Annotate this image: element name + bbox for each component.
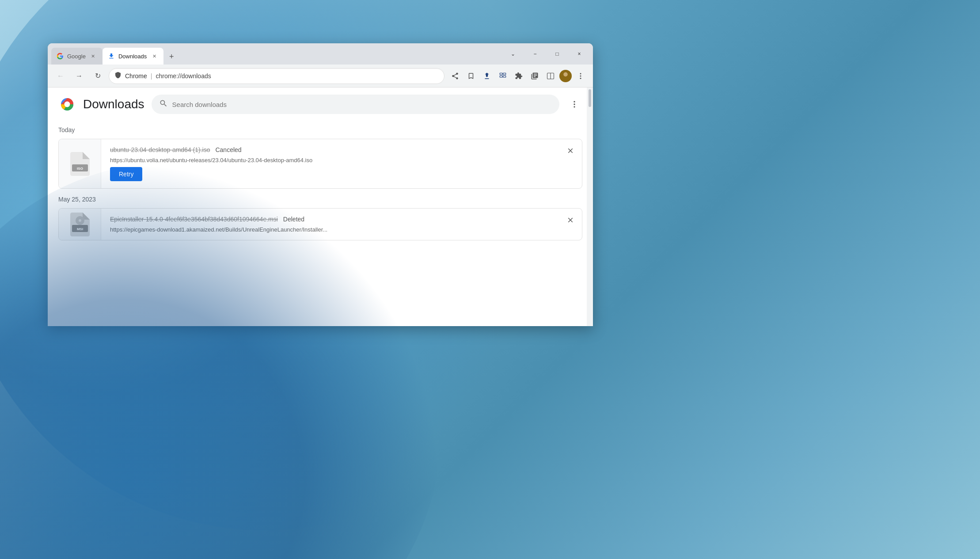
svg-point-6 — [563, 72, 568, 76]
download-filename-epic: EpicInstaller-15.4.0-4feef6f3e3564bf38d4… — [110, 216, 278, 223]
downloads-menu-button[interactable] — [566, 96, 582, 112]
section-may2023: May 25, 2023 — [58, 196, 582, 203]
svg-text:MSI: MSI — [76, 227, 83, 231]
download-status-ubuntu: Canceled — [215, 146, 241, 153]
download-filename-ubuntu: ubuntu-23.04-desktop-amd64 (1).iso — [110, 146, 210, 153]
iso-file-icon: ISO — [70, 152, 90, 176]
tab-google-title: Google — [67, 53, 86, 60]
search-icon — [159, 99, 168, 110]
download-info-ubuntu: ubuntu-23.04-desktop-amd64 (1).iso Cance… — [101, 139, 559, 188]
page-content: Downloads Today — [48, 87, 593, 326]
search-bar — [152, 95, 559, 114]
msi-file-icon: MSI — [70, 213, 90, 236]
toolbar-actions — [448, 69, 588, 83]
download-info-epic: EpicInstaller-15.4.0-4feef6f3e3564bf38d4… — [101, 209, 559, 240]
tab-downloads-title: Downloads — [118, 53, 147, 60]
chrome-logo — [58, 95, 76, 113]
chrome-menu-button[interactable] — [574, 69, 588, 83]
site-name: Chrome — [125, 72, 147, 80]
download-name-row-epic: EpicInstaller-15.4.0-4feef6f3e3564bf38d4… — [110, 216, 552, 223]
maximize-button[interactable]: □ — [547, 47, 567, 61]
tab-organizer-button[interactable] — [496, 69, 510, 83]
forward-button[interactable]: → — [72, 68, 87, 84]
svg-point-16 — [574, 103, 575, 105]
title-bar: Google ✕ Downloads ✕ + ⌄ − □ × — [48, 43, 593, 65]
send-to-device-button[interactable] — [480, 69, 494, 83]
tab-google[interactable]: Google ✕ — [51, 48, 103, 65]
google-favicon — [57, 53, 64, 60]
share-button[interactable] — [448, 69, 462, 83]
tab-google-close[interactable]: ✕ — [89, 52, 97, 60]
retry-button[interactable]: Retry — [110, 167, 142, 181]
new-tab-button[interactable]: + — [165, 50, 178, 63]
scrollbar-thumb[interactable] — [589, 89, 591, 107]
tab-downloads[interactable]: Downloads ✕ — [103, 48, 163, 65]
file-icon-area-ubuntu: ISO — [59, 139, 101, 188]
svg-rect-1 — [503, 73, 506, 75]
split-screen-button[interactable] — [543, 69, 558, 83]
download-item-epic: MSI EpicInstaller-15.4.0-4feef6f3e3564bf… — [58, 208, 582, 240]
download-name-row-ubuntu: ubuntu-23.04-desktop-amd64 (1).iso Cance… — [110, 146, 552, 153]
downloads-header: Downloads — [48, 87, 593, 119]
download-url-ubuntu: https://ubuntu.volia.net/ubuntu-releases… — [110, 157, 552, 164]
svg-rect-2 — [500, 76, 502, 77]
tab-downloads-close[interactable]: ✕ — [150, 52, 158, 60]
minimize-button[interactable]: − — [525, 47, 545, 61]
bookmark-button[interactable] — [464, 69, 478, 83]
svg-rect-3 — [503, 76, 506, 77]
download-item-ubuntu: ISO ubuntu-23.04-desktop-amd64 (1).iso C… — [58, 139, 582, 189]
browser-window: Google ✕ Downloads ✕ + ⌄ − □ × — [48, 43, 593, 326]
scrollbar[interactable] — [587, 87, 593, 326]
download-url-epic: https://epicgames-download1.akamaized.ne… — [110, 226, 552, 233]
close-button[interactable]: × — [569, 47, 589, 61]
back-button[interactable]: ← — [53, 68, 68, 84]
svg-point-11 — [580, 77, 581, 79]
svg-point-10 — [580, 75, 581, 76]
svg-point-9 — [580, 73, 581, 74]
section-today: Today — [58, 126, 582, 133]
svg-rect-0 — [500, 73, 502, 75]
address-bar[interactable]: Chrome | chrome://downloads — [109, 68, 444, 84]
downloads-favicon — [108, 53, 115, 60]
download-status-epic: Deleted — [283, 216, 304, 223]
svg-point-17 — [574, 106, 575, 107]
svg-point-23 — [79, 219, 81, 222]
refresh-button[interactable]: ↻ — [90, 68, 105, 84]
close-download-ubuntu[interactable] — [562, 143, 578, 159]
chevron-down-button[interactable]: ⌄ — [503, 47, 523, 61]
extensions-button[interactable] — [512, 69, 526, 83]
close-download-epic[interactable] — [562, 212, 578, 228]
downloads-list: Today ISO ubuntu-23.04-desktop-amd64 (1)… — [48, 119, 593, 326]
svg-text:ISO: ISO — [77, 167, 83, 171]
svg-point-14 — [65, 102, 70, 107]
file-icon-area-epic: MSI — [59, 209, 101, 240]
svg-point-22 — [76, 216, 84, 225]
reading-list-button[interactable] — [528, 69, 542, 83]
url-separator: | — [151, 72, 152, 80]
svg-point-15 — [574, 101, 575, 103]
toolbar: ← → ↻ Chrome | chrome://downloads — [48, 65, 593, 87]
url-display: chrome://downloads — [156, 72, 439, 80]
search-input[interactable] — [172, 101, 552, 108]
svg-rect-20 — [72, 225, 88, 232]
svg-point-7 — [562, 76, 569, 81]
page-title: Downloads — [83, 97, 144, 111]
security-icon — [114, 72, 122, 80]
profile-avatar[interactable] — [559, 70, 572, 82]
window-controls: ⌄ − □ × — [503, 47, 589, 61]
